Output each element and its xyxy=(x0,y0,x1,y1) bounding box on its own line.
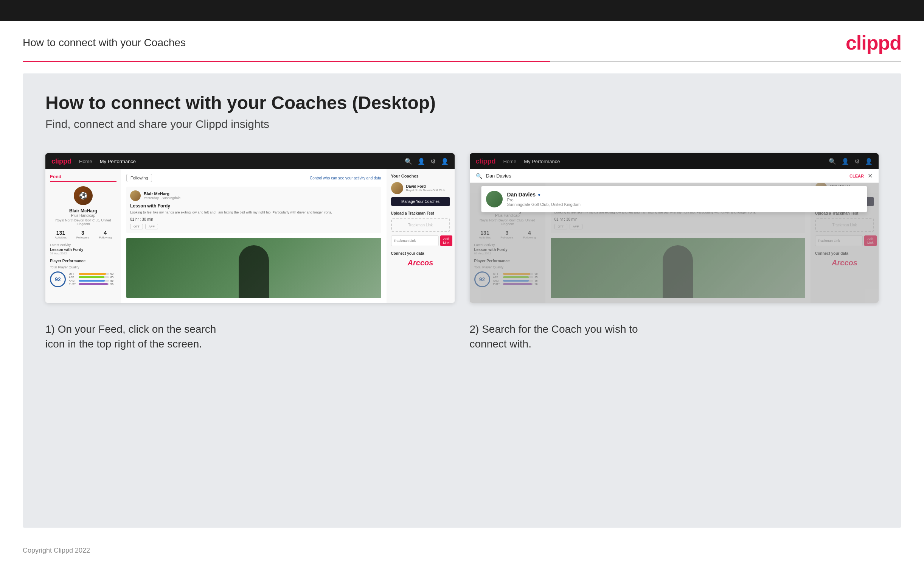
following-button[interactable]: Following xyxy=(126,174,152,182)
add-link-button-2: Add Link xyxy=(864,235,877,246)
stats-row-1: 131 Activities 3 Followers 4 Following xyxy=(50,230,117,239)
avatar-icon[interactable]: 👤 xyxy=(441,158,448,165)
lesson-coach-row: Blair McHarg Yesterday · Sunningdale xyxy=(130,190,377,201)
latest-activity-title: Lesson with Fordy xyxy=(50,248,117,252)
nav-my-performance-1: My Performance xyxy=(100,159,136,164)
bar-ott: OTT 90 xyxy=(69,273,117,275)
latest-date-2: 03 Aug 2022 xyxy=(474,252,541,255)
screenshots-row: clippd Home My Performance 🔍 👤 ⚙ 👤 Feed … xyxy=(45,153,879,303)
search-icon-2[interactable]: 🔍 xyxy=(829,158,836,165)
search-close-button[interactable]: ✕ xyxy=(867,172,872,179)
quality-row-2: 92 OTT 90 APP 85 xyxy=(474,271,541,287)
coach-photo-area xyxy=(126,238,381,298)
footer: Copyright Clippd 2022 xyxy=(0,539,924,562)
quality-score: 92 xyxy=(50,271,66,287)
your-coaches-title-1: Your Coaches xyxy=(391,174,450,178)
coach-club-1: Royal North Devon Golf Club xyxy=(406,188,445,192)
search-clear-button[interactable]: CLEAR xyxy=(850,174,864,178)
trackman-input[interactable] xyxy=(391,235,439,246)
search-bar: 🔍 Dan Davies CLEAR ✕ xyxy=(470,169,879,183)
verified-icon: ● xyxy=(538,192,540,197)
search-result-role: Pro xyxy=(507,198,581,202)
latest-activity-2: Latest Activity xyxy=(474,243,541,247)
latest-date: 03 Aug 2022 xyxy=(50,252,117,255)
nav-home-2: Home xyxy=(503,159,517,164)
stats-row-2: 131 Activities 3 Followers 4 Following xyxy=(474,230,541,239)
coach-figure xyxy=(239,245,269,298)
quality-score-2: 92 xyxy=(474,271,490,287)
arccos-logo: Arccos xyxy=(391,258,450,267)
stat-activities-label: Activities xyxy=(55,236,67,239)
caption-text-1: 1) On your Feed, click on the searchicon… xyxy=(45,322,455,351)
profile-location-1: Royal North Devon Golf Club, United King… xyxy=(50,218,117,226)
center-panel-1: Following Control who can see your activ… xyxy=(121,169,387,303)
profile-handicap-1: Plus Handicap xyxy=(50,213,117,218)
following-row: Following Control who can see your activ… xyxy=(126,174,381,182)
copyright: Copyright Clippd 2022 xyxy=(23,547,90,554)
stat-activities-num: 131 xyxy=(55,230,67,236)
player-perf-2: Player Performance xyxy=(474,259,541,263)
profile-icon[interactable]: 👤 xyxy=(417,158,425,165)
total-quality-2: Total Player Quality xyxy=(474,265,541,269)
coach-avatar-1 xyxy=(391,182,403,194)
caption-text-2: 2) Search for the Coach you wish toconne… xyxy=(470,322,879,351)
search-result-name-row: Dan Davies ● xyxy=(507,192,581,198)
profile-icon-2[interactable]: 👤 xyxy=(841,158,849,165)
bar-arg: ARG 86 xyxy=(69,279,117,282)
nav-icons-1: 🔍 👤 ⚙ 👤 xyxy=(405,158,448,165)
lesson-coach-info: Blair McHarg Yesterday · Sunningdale xyxy=(144,192,180,200)
settings-icon-2[interactable]: ⚙ xyxy=(854,158,860,165)
main-subtitle: Find, connect and share your Clippd insi… xyxy=(45,118,879,131)
profile-name-1: Blair McHarg xyxy=(50,208,117,213)
screenshot-2: clippd Home My Performance 🔍 👤 ⚙ 👤 🔍 Dan… xyxy=(470,153,879,303)
add-link-button[interactable]: Add Link xyxy=(440,235,453,246)
bar-putt: PUTT 96 xyxy=(69,283,117,286)
search-icon[interactable]: 🔍 xyxy=(405,158,412,165)
avatar-icon-2[interactable]: 👤 xyxy=(865,158,872,165)
caption-text-2-content: 2) Search for the Coach you wish toconne… xyxy=(470,323,638,350)
lesson-tags: OTT APP xyxy=(130,224,377,229)
tag-ott: OTT xyxy=(130,224,143,229)
lesson-detail: Blair McHarg Yesterday · Sunningdale Les… xyxy=(126,187,381,233)
app-logo-1: clippd xyxy=(52,157,71,166)
stat-followers: 3 Followers xyxy=(76,230,89,239)
main-content: How to connect with your Coaches (Deskto… xyxy=(23,73,901,528)
search-result-item[interactable]: Dan Davies ● Pro Sunningdale Golf Club, … xyxy=(481,186,867,212)
nav-icons-2: 🔍 👤 ⚙ 👤 xyxy=(829,158,872,165)
upload-trackman-label: Upload a Trackman Test xyxy=(391,211,450,215)
coach-photo-area-2 xyxy=(551,238,806,298)
settings-icon[interactable]: ⚙ xyxy=(430,158,436,165)
profile-avatar-1: ⚽ xyxy=(74,186,93,205)
coach-card-1: David Ford Royal North Devon Golf Club xyxy=(391,182,450,194)
app-nav-1: clippd Home My Performance 🔍 👤 ⚙ 👤 xyxy=(45,153,455,169)
header: How to connect with your Coaches clippd xyxy=(0,21,924,61)
search-value[interactable]: Dan Davies xyxy=(486,173,846,179)
caption-2: 2) Search for the Coach you wish toconne… xyxy=(470,322,879,351)
latest-activity-label: Latest Activity xyxy=(50,243,117,247)
tag-app: APP xyxy=(145,224,158,229)
latest-activity-title-2: Lesson with Fordy xyxy=(474,248,541,252)
app-logo-2: clippd xyxy=(476,157,496,166)
manage-coaches-button[interactable]: Manage Your Coaches xyxy=(391,197,450,206)
caption-1: 1) On your Feed, click on the searchicon… xyxy=(45,322,455,351)
nav-my-performance-2: My Performance xyxy=(524,159,560,164)
lesson-coach-sub: Yesterday · Sunningdale xyxy=(144,196,180,200)
control-link[interactable]: Control who can see your activity and da… xyxy=(310,176,381,180)
page-title: How to connect with your Coaches xyxy=(23,37,186,49)
lesson-coach-name: Blair McHarg xyxy=(144,192,180,196)
screenshot-1: clippd Home My Performance 🔍 👤 ⚙ 👤 Feed … xyxy=(45,153,455,303)
feed-tab-1[interactable]: Feed xyxy=(50,174,117,182)
header-divider xyxy=(23,61,901,62)
connect-data-title: Connect your data xyxy=(391,251,450,255)
bar-app: APP 85 xyxy=(69,276,117,279)
search-results-container: Dan Davies ● Pro Sunningdale Golf Club, … xyxy=(470,183,879,215)
stat-followers-num: 3 xyxy=(76,230,89,236)
lesson-coach-avatar xyxy=(130,190,141,201)
lesson-duration: 01 hr : 30 min xyxy=(130,217,377,221)
top-bar xyxy=(0,0,924,21)
search-result-name: Dan Davies xyxy=(507,192,536,198)
stat-following-num: 4 xyxy=(99,230,112,236)
trackman-input-2 xyxy=(815,235,863,246)
lesson-desc: Looking to feel like my hands are exitin… xyxy=(130,210,377,215)
stat-followers-label: Followers xyxy=(76,236,89,239)
